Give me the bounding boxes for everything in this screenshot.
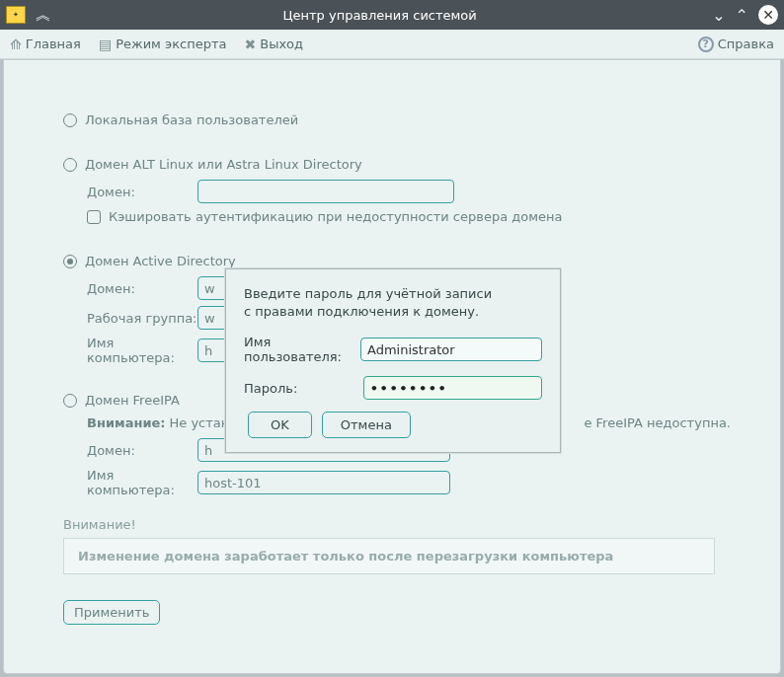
radio-ipa[interactable] bbox=[63, 394, 77, 408]
toolbar-help[interactable]: ? Справка bbox=[698, 37, 774, 52]
ipa-domain-label: Домен: bbox=[87, 443, 197, 458]
ipa-hostname-input[interactable] bbox=[197, 471, 450, 494]
toolbar: ⟰ Главная ▤ Режим эксперта ✖ Выход ? Спр… bbox=[0, 30, 784, 59]
radio-ad-label: Домен Active Directory bbox=[85, 254, 236, 268]
help-icon: ? bbox=[698, 37, 714, 52]
radio-ad[interactable] bbox=[63, 255, 77, 268]
minimize-icon[interactable]: ⌄ bbox=[712, 6, 725, 25]
toolbar-expert[interactable]: ▤ Режим эксперта bbox=[99, 37, 227, 52]
toolbar-exit-label: Выход bbox=[260, 37, 303, 51]
apply-button[interactable]: Применить bbox=[63, 600, 160, 625]
ad-domain-label: Домен: bbox=[87, 281, 197, 296]
alt-cache-label: Кэшировать аутентификацию при недоступно… bbox=[109, 209, 562, 224]
username-input[interactable] bbox=[360, 338, 542, 361]
home-icon: ⟰ bbox=[10, 37, 22, 52]
window-title: Центр управления системой bbox=[57, 8, 702, 23]
radio-local-label: Локальная база пользователей bbox=[85, 113, 298, 127]
alt-cache-checkbox[interactable] bbox=[87, 210, 101, 224]
close-icon[interactable]: ✕ bbox=[758, 5, 778, 25]
toolbar-home-label: Главная bbox=[26, 37, 81, 51]
radio-local[interactable] bbox=[63, 113, 77, 127]
ipa-hostname-label: Имя компьютера: bbox=[87, 468, 197, 497]
modal-text-l2: с правами подключения к домену. bbox=[244, 303, 542, 321]
notice-title: Внимание! bbox=[63, 517, 731, 532]
modal-pass-label: Пароль: bbox=[244, 381, 363, 396]
alt-domain-label: Домен: bbox=[87, 185, 197, 199]
alt-domain-input[interactable] bbox=[197, 180, 454, 203]
modal-user-label: Имя пользователя: bbox=[244, 335, 360, 364]
toolbar-help-label: Справка bbox=[718, 37, 774, 51]
cancel-button[interactable]: Отмена bbox=[322, 412, 411, 438]
ad-workgroup-label: Рабочая группа: bbox=[87, 311, 197, 326]
ipa-warn-prefix: Внимание: bbox=[87, 415, 166, 430]
pin-icon[interactable]: ︽ bbox=[36, 5, 51, 26]
toolbar-home[interactable]: ⟰ Главная bbox=[10, 37, 81, 52]
modal-text-l1: Введите пароль для учётной записи bbox=[244, 285, 542, 303]
ad-hostname-label: Имя компьютера: bbox=[87, 336, 197, 365]
ipa-warn-tail: е FreeIPA недоступна. bbox=[584, 415, 731, 430]
toolbar-expert-label: Режим эксперта bbox=[116, 37, 226, 51]
ipa-warn-text: Не устан bbox=[170, 415, 230, 430]
notice-box: Изменение домена заработает только после… bbox=[63, 538, 715, 574]
radio-alt-label: Домен ALT Linux или Astra Linux Director… bbox=[85, 157, 362, 172]
ok-button[interactable]: OK bbox=[248, 412, 312, 438]
password-input[interactable] bbox=[363, 376, 542, 400]
maximize-icon[interactable]: ⌃ bbox=[736, 6, 748, 25]
exit-icon: ✖ bbox=[245, 37, 257, 52]
app-icon: ✦ bbox=[6, 6, 26, 24]
radio-alt[interactable] bbox=[63, 158, 77, 172]
expert-icon: ▤ bbox=[99, 37, 112, 52]
auth-modal: Введите пароль для учётной записи с прав… bbox=[225, 268, 561, 453]
titlebar: ✦ ︽ Центр управления системой ⌄ ⌃ ✕ bbox=[0, 0, 784, 30]
radio-ipa-label: Домен FreeIPA bbox=[85, 393, 180, 408]
toolbar-exit[interactable]: ✖ Выход bbox=[245, 37, 304, 52]
